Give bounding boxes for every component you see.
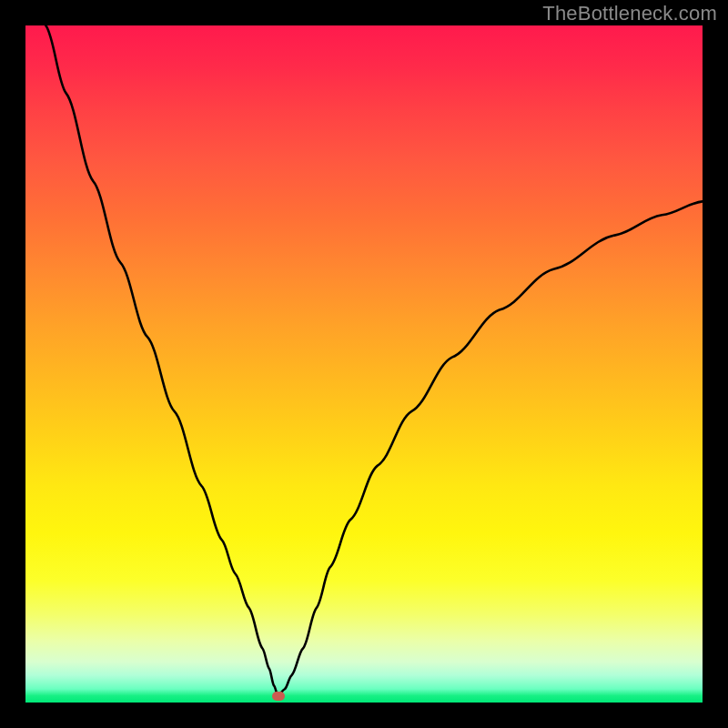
min-point-marker xyxy=(272,692,285,701)
chart-container: TheBottleneck.com xyxy=(0,0,728,728)
plot-gradient-background xyxy=(25,25,703,703)
watermark-text: TheBottleneck.com xyxy=(542,2,717,25)
